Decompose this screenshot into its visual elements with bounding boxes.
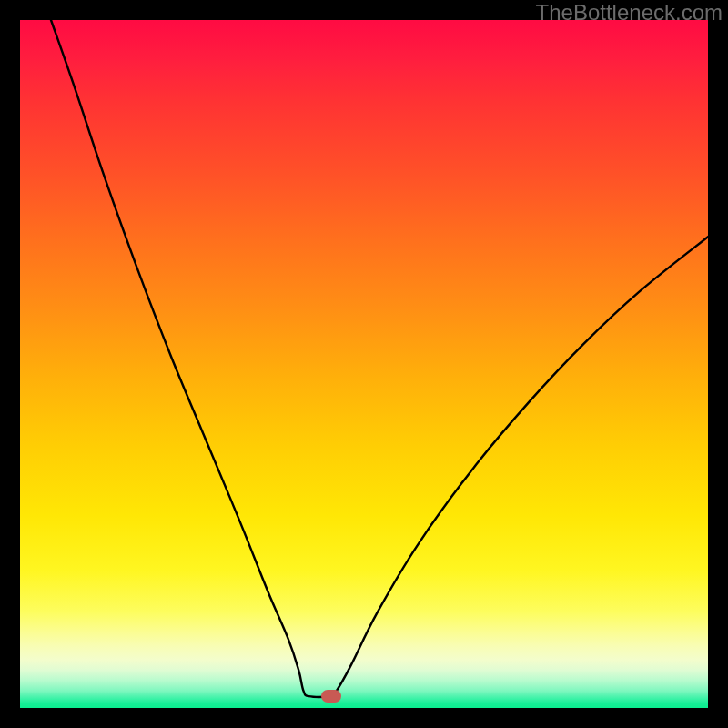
plot-area (20, 20, 708, 708)
optimal-marker (321, 690, 341, 703)
curve-path (51, 20, 708, 697)
watermark-text: TheBottleneck.com (536, 0, 723, 25)
bottleneck-curve (20, 20, 708, 708)
chart-frame: TheBottleneck.com (0, 0, 728, 728)
